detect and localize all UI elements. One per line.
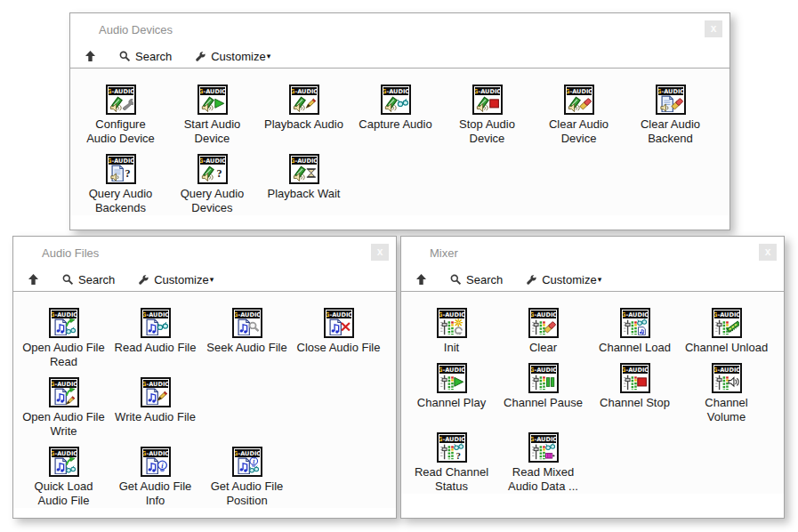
palette-item-open-audio-file-read[interactable]: G-AUDIOOpen Audio File Read [18, 308, 109, 369]
vi-glyph [714, 318, 739, 335]
wrench-icon [138, 274, 149, 286]
g-audio-banner: G-AUDIO [567, 87, 592, 95]
g-audio-banner: G-AUDIO [292, 87, 317, 95]
g-audio-banner: G-AUDIO [235, 310, 260, 318]
palette-item-open-audio-file-write[interactable]: G-AUDIOOpen Audio File Write [18, 377, 109, 439]
vi-icon: G-AUDIO [712, 308, 742, 338]
palette-item-clear[interactable]: G-AUDIOClear [497, 308, 589, 355]
vi-glyph [200, 95, 225, 112]
palette-item-playback-audio[interactable]: G-AUDIOPlayback Audio [258, 85, 350, 146]
svg-text:G-AUDIO: G-AUDIO [52, 381, 77, 388]
search-icon [119, 51, 131, 62]
customize-button[interactable]: Customize ▾ [195, 50, 270, 63]
palette-item-label: Configure Audio Device [86, 117, 155, 146]
vi-glyph [383, 95, 408, 112]
palette-item-channel-volume[interactable]: G-AUDIOChannel Volume [681, 363, 772, 424]
vi-icon: G-AUDIO [528, 363, 559, 393]
palette-item-channel-load[interactable]: G-AUDIOChannel Load [589, 308, 681, 355]
vi-icon: G-AUDIO? [106, 154, 136, 184]
window-title: Mixer [430, 246, 458, 260]
toolbar: Search Customize ▾ [70, 44, 729, 69]
vi-icon: G-AUDIO [49, 377, 79, 407]
close-icon: x [377, 246, 383, 258]
customize-button[interactable]: Customize ▾ [526, 273, 601, 286]
palette-item-query-audio-backends[interactable]: G-AUDIO?Query Audio Backends [75, 154, 166, 215]
vi-glyph [109, 95, 133, 112]
palette-item-playback-wait[interactable]: G-AUDIOPlayback Wait [258, 154, 350, 215]
vi-icon: G-AUDIO? [197, 154, 228, 184]
svg-text:G-AUDIO: G-AUDIO [109, 88, 133, 95]
palette-item-clear-audio-device[interactable]: G-AUDIOClear Audio Device [533, 85, 625, 146]
vi-glyph: ? [109, 165, 133, 181]
palette-window-audio-files: Audio Files x Search Customize ▾ G-AUDIO… [12, 236, 397, 519]
palette-item-capture-audio[interactable]: G-AUDIOCapture Audio [350, 85, 441, 146]
g-audio-banner: G-AUDIO [52, 449, 77, 457]
close-button[interactable]: x [759, 244, 777, 261]
palette-item-label: Capture Audio [359, 117, 431, 132]
palette-item-channel-unload[interactable]: G-AUDIOChannel Unload [681, 308, 772, 355]
close-button[interactable]: x [705, 20, 722, 37]
palette-item-init[interactable]: G-AUDIOInit [406, 308, 497, 355]
search-label: Search [135, 50, 172, 63]
window-title: Audio Files [42, 246, 99, 260]
titlebar[interactable]: Audio Devices x [70, 13, 729, 44]
svg-text:G-AUDIO: G-AUDIO [439, 436, 464, 443]
up-level-button[interactable] [85, 50, 96, 62]
palette-item-label: Open Audio File Read [22, 341, 105, 369]
palette-item-clear-audio-backend[interactable]: G-AUDIOClear Audio Backend [625, 85, 716, 146]
vi-icon: G-AUDIO [49, 308, 79, 338]
vi-icon: G-AUDIO [324, 308, 354, 338]
palette-item-stop-audio-device[interactable]: G-AUDIOStop Audio Device [441, 85, 533, 146]
close-button[interactable]: x [371, 244, 389, 261]
palette-item-query-audio-devices[interactable]: G-AUDIO?Query Audio Devices [166, 154, 258, 215]
palette-item-close-audio-file[interactable]: G-AUDIOClose Audio File [293, 308, 384, 369]
vi-glyph [235, 318, 260, 335]
palette-body: G-AUDIOOpen Audio File ReadG-AUDIORead A… [13, 292, 396, 508]
palette-row: G-AUDIOInitG-AUDIOClearG-AUDIOChannel Lo… [406, 308, 784, 355]
vi-glyph [52, 388, 77, 405]
palette-item-label: Read Audio File [115, 341, 197, 355]
palette-item-label: Playback Wait [268, 187, 341, 201]
svg-text:G-AUDIO: G-AUDIO [200, 157, 225, 165]
desktop: Audio Devices x Search Customize ▾ G-AUD… [0, 0, 798, 532]
g-audio-banner: G-AUDIO [143, 310, 168, 318]
palette-item-get-audio-file-position[interactable]: G-AUDIOiGet Audio File Position [201, 447, 293, 508]
palette-item-label: Channel Volume [705, 396, 747, 424]
palette-item-label: Clear Audio Device [549, 117, 609, 146]
vi-icon: G-AUDIO [472, 85, 503, 115]
svg-text:G-AUDIO: G-AUDIO [439, 367, 464, 374]
g-audio-banner: G-AUDIO [383, 87, 408, 95]
palette-item-read-mixed-audio-data[interactable]: G-AUDIORead Mixed Audio Data ... [497, 432, 589, 494]
up-level-button[interactable] [28, 273, 39, 286]
vi-glyph [439, 374, 464, 391]
vi-icon: G-AUDIO [656, 85, 686, 115]
palette-item-write-audio-file[interactable]: G-AUDIOWrite Audio File [109, 377, 201, 439]
search-button[interactable]: Search [62, 273, 115, 286]
palette-item-channel-stop[interactable]: G-AUDIOChannel Stop [589, 363, 681, 424]
customize-button[interactable]: Customize ▾ [138, 273, 214, 286]
svg-text:G-AUDIO: G-AUDIO [143, 311, 168, 318]
vi-icon: G-AUDIO [197, 85, 228, 115]
toolbar: Search Customize ▾ [13, 268, 396, 292]
titlebar[interactable]: Audio Files x [13, 237, 396, 268]
palette-item-read-audio-file[interactable]: G-AUDIORead Audio File [109, 308, 201, 369]
palette-item-label: Query Audio Backends [89, 187, 153, 215]
search-icon [450, 274, 462, 286]
palette-item-channel-play[interactable]: G-AUDIOChannel Play [406, 363, 497, 424]
vi-icon: G-AUDIO [620, 308, 650, 338]
palette-item-get-audio-file-info[interactable]: G-AUDIOiGet Audio File Info [109, 447, 201, 508]
palette-item-quick-load-audio-file[interactable]: G-AUDIOQuick Load Audio File [18, 447, 109, 508]
up-level-button[interactable] [415, 273, 427, 286]
palette-item-configure-audio-device[interactable]: G-AUDIOConfigure Audio Device [75, 85, 166, 146]
svg-text:G-AUDIO: G-AUDIO [531, 367, 556, 374]
search-button[interactable]: Search [119, 50, 172, 63]
palette-item-channel-pause[interactable]: G-AUDIOChannel Pause [497, 363, 589, 424]
svg-text:G-AUDIO: G-AUDIO [292, 88, 317, 95]
vi-glyph [623, 374, 648, 391]
palette-item-start-audio-device[interactable]: G-AUDIOStart Audio Device [166, 85, 258, 146]
palette-item-seek-audio-file[interactable]: G-AUDIOSeek Audio File [201, 308, 293, 369]
titlebar[interactable]: Mixer x [401, 237, 784, 268]
g-audio-banner: G-AUDIO [658, 87, 683, 95]
palette-item-read-channel-status[interactable]: G-AUDIO?Read Channel Status [406, 432, 497, 494]
search-button[interactable]: Search [450, 273, 503, 286]
